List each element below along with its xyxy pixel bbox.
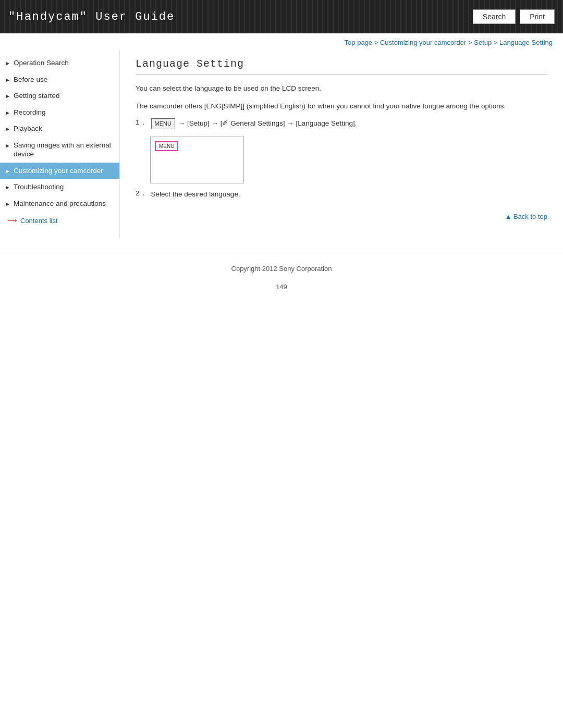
main-layout: ► Operation Search ► Before use ► Gettin… bbox=[0, 50, 563, 238]
paragraph-2: The camcorder offers [ENG[SIMP]] (simpli… bbox=[136, 101, 547, 112]
arrow-icon: ► bbox=[5, 184, 10, 191]
arrow-icon: ► bbox=[5, 168, 10, 175]
arrow-icon: ► bbox=[5, 60, 10, 67]
sidebar-item-troubleshooting[interactable]: ► Troubleshooting bbox=[0, 179, 119, 195]
header: "Handycam" User Guide Search Print bbox=[0, 0, 563, 33]
page-number: 149 bbox=[0, 278, 563, 296]
paragraph-1: You can select the language to be used o… bbox=[136, 83, 547, 94]
breadcrumb-separator-2: > bbox=[468, 39, 474, 46]
back-to-top-link[interactable]: ▲ Back to top bbox=[505, 213, 547, 220]
copyright-text: Copyright 2012 Sony Corporation bbox=[231, 265, 332, 273]
footer: Copyright 2012 Sony Corporation bbox=[0, 254, 563, 278]
sidebar-item-label: Before use bbox=[14, 75, 47, 84]
breadcrumb-separator-3: > bbox=[494, 39, 499, 46]
sidebar-item-before-use[interactable]: ► Before use bbox=[0, 71, 119, 88]
breadcrumb-customizing[interactable]: Customizing your camcorder bbox=[380, 39, 466, 46]
sidebar-item-operation-search[interactable]: ► Operation Search bbox=[0, 55, 119, 71]
arrow-icon: ► bbox=[5, 201, 10, 207]
breadcrumb-language-setting[interactable]: Language Setting bbox=[499, 39, 553, 46]
step-1: 1． MENU → [Setup] → [✐ General Settings]… bbox=[136, 118, 547, 129]
breadcrumb: Top page > Customizing your camcorder > … bbox=[0, 33, 563, 50]
arrow-icon: ► bbox=[5, 109, 10, 116]
sidebar-item-label: Saving images with an external device bbox=[14, 141, 112, 159]
step-2: 2． Select the desired language. bbox=[136, 189, 547, 200]
menu-icon: MENU bbox=[155, 141, 178, 151]
breadcrumb-setup[interactable]: Setup bbox=[474, 39, 492, 46]
search-button[interactable]: Search bbox=[473, 9, 516, 24]
sidebar-item-label: Playback bbox=[14, 124, 42, 133]
sidebar: ► Operation Search ► Before use ► Gettin… bbox=[0, 50, 120, 238]
arrow-icon: ► bbox=[5, 77, 10, 83]
step-1-content: MENU → [Setup] → [✐ General Settings] → … bbox=[151, 118, 357, 129]
contents-list-link[interactable]: ⟶ Contents list bbox=[0, 212, 119, 230]
header-buttons: Search Print bbox=[473, 9, 555, 24]
page-title: Language Setting bbox=[136, 58, 547, 75]
step-1-number: 1． bbox=[136, 118, 147, 127]
breadcrumb-top-page[interactable]: Top page bbox=[345, 39, 373, 46]
sidebar-item-maintenance[interactable]: ► Maintenance and precautions bbox=[0, 195, 119, 212]
breadcrumb-separator-1: > bbox=[374, 39, 380, 46]
print-button[interactable]: Print bbox=[520, 9, 555, 24]
content-area: Language Setting You can select the lang… bbox=[120, 50, 563, 238]
arrow-icon: ► bbox=[5, 142, 10, 149]
site-title: "Handycam" User Guide bbox=[8, 10, 175, 23]
step-1-image: MENU bbox=[150, 137, 244, 183]
sidebar-item-playback[interactable]: ► Playback bbox=[0, 120, 119, 137]
sidebar-item-label: Operation Search bbox=[14, 58, 69, 68]
step-2-text: Select the desired language. bbox=[151, 190, 240, 198]
sidebar-item-customizing[interactable]: ► Customizing your camcorder bbox=[0, 163, 119, 179]
menu-button-label: MENU bbox=[151, 118, 175, 130]
step-1-text: → [Setup] → [✐ General Settings] → [Lang… bbox=[178, 119, 357, 127]
sidebar-item-label: Maintenance and precautions bbox=[14, 199, 106, 208]
contents-list-label: Contents list bbox=[20, 217, 58, 225]
step-2-number: 2． bbox=[136, 189, 147, 198]
sidebar-item-label: Troubleshooting bbox=[14, 182, 64, 192]
sidebar-item-label: Customizing your camcorder bbox=[14, 166, 103, 176]
sidebar-item-label: Recording bbox=[14, 108, 46, 117]
sidebar-item-saving-images[interactable]: ► Saving images with an external device bbox=[0, 137, 119, 163]
arrow-icon: ► bbox=[5, 93, 10, 100]
back-to-top-label: ▲ Back to top bbox=[505, 213, 547, 220]
arrow-icon: ► bbox=[5, 126, 10, 132]
sidebar-item-label: Getting started bbox=[14, 91, 60, 101]
contents-list-arrow-icon: ⟶ bbox=[7, 217, 17, 225]
step-2-content: Select the desired language. bbox=[151, 189, 240, 200]
sidebar-item-getting-started[interactable]: ► Getting started bbox=[0, 88, 119, 104]
back-to-top: ▲ Back to top bbox=[136, 207, 547, 223]
sidebar-item-recording[interactable]: ► Recording bbox=[0, 104, 119, 121]
